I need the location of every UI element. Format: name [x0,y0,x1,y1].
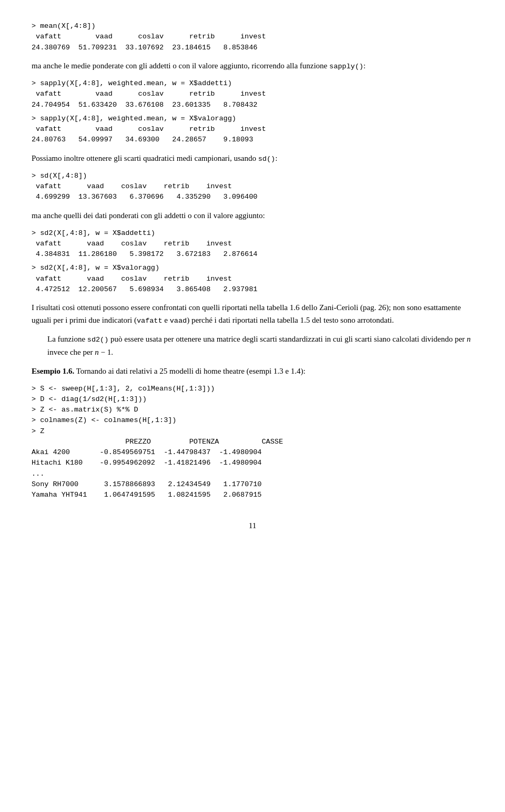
prose-ponderate-text: ma anche le medie ponderate con gli adde… [32,61,366,70]
prose-risultati-text: I risultati così ottenuti possono essere… [32,301,473,326]
prose-sd2-function: La funzione sd2() può essere usata per o… [32,333,473,358]
prose-ponderate-intro: ma anche le medie ponderate con gli adde… [32,59,473,72]
code-sapply-addetti: > sapply(X[,4:8], weighted.mean, w = X$a… [32,78,473,110]
section-sd: > sd(X[,4:8]) vafatt vaad coslav retrib … [32,171,473,203]
prose-esempio16-text: Esempio 1.6. Tornando ai dati relativi a… [32,365,473,377]
prose-ponderati-text: ma anche quelli dei dati ponderati con g… [32,211,265,220]
code-mean: > mean(X[,4:8]) vafatt vaad coslav retri… [32,21,473,53]
prose-ponderati-intro: ma anche quelli dei dati ponderati con g… [32,209,473,222]
code-z: > S <- sweep(H[,1:3], 2, colMeans(H[,1:3… [32,384,473,501]
page-content: > mean(X[,4:8]) vafatt vaad coslav retri… [32,21,473,500]
prose-esempio16: Esempio 1.6. Tornando ai dati relativi a… [32,365,473,377]
section-sd2-valoragg: > sd2(X[,4:8], w = X$valoragg) vafatt va… [32,263,473,295]
prose-sd2-text: La funzione sd2() può essere usata per o… [47,333,473,358]
section-sd2-addetti: > sd2(X[,4:8], w = X$addetti) vafatt vaa… [32,228,473,260]
section-z-code: > S <- sweep(H[,1:3], 2, colMeans(H[,1:3… [32,384,473,501]
code-sd2-valoragg: > sd2(X[,4:8], w = X$valoragg) vafatt va… [32,263,473,295]
code-sapply-valoragg: > sapply(X[,4:8], weighted.mean, w = X$v… [32,114,473,146]
section-sapply-addetti: > sapply(X[,4:8], weighted.mean, w = X$a… [32,78,473,110]
section-sapply-valoragg: > sapply(X[,4:8], weighted.mean, w = X$v… [32,114,473,146]
page-number-value: 11 [249,521,256,530]
code-sd: > sd(X[,4:8]) vafatt vaad coslav retrib … [32,171,473,203]
page-number: 11 [32,521,473,530]
prose-scarti-intro: Possiamo inoltre ottenere gli scarti qua… [32,152,473,165]
section-mean: > mean(X[,4:8]) vafatt vaad coslav retri… [32,21,473,53]
esempio-label: Esempio 1.6. [32,367,74,375]
prose-scarti-text: Possiamo inoltre ottenere gli scarti qua… [32,154,277,162]
code-sd2-addetti: > sd2(X[,4:8], w = X$addetti) vafatt vaa… [32,228,473,260]
prose-risultati: I risultati così ottenuti possono essere… [32,301,473,326]
